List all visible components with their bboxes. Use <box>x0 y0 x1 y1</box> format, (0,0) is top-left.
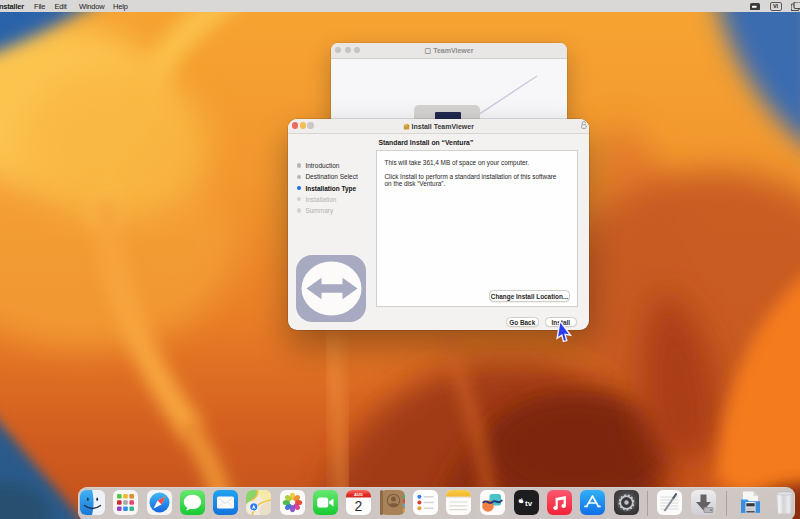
svg-text:AUG: AUG <box>354 492 363 497</box>
svg-text:2: 2 <box>355 498 363 514</box>
svg-text:tv: tv <box>525 499 533 508</box>
